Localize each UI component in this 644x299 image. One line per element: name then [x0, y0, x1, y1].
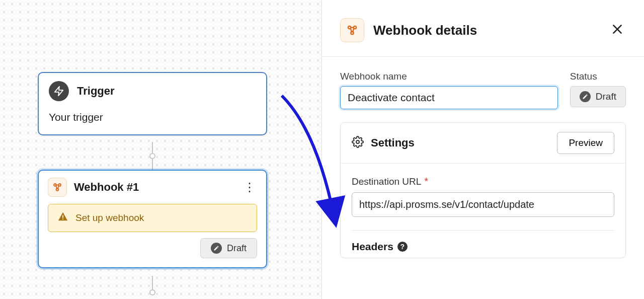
connector-dot — [149, 289, 155, 295]
flow-canvas[interactable]: Trigger Your trigger Webhook #1 ⋮ Set up… — [0, 0, 322, 299]
panel-title: Webhook details — [373, 23, 600, 38]
preview-button[interactable]: Preview — [557, 132, 614, 154]
close-icon — [611, 23, 624, 36]
webhook-icon — [48, 178, 67, 197]
status-value: Draft — [596, 91, 616, 102]
svg-rect-4 — [62, 215, 63, 218]
connector-line — [152, 276, 153, 290]
trigger-description: Your trigger — [49, 111, 256, 123]
webhook-name-label: Webhook name — [340, 71, 558, 82]
required-indicator: * — [424, 176, 428, 187]
settings-card: Settings Preview Destination URL * Heade… — [340, 122, 626, 258]
trigger-title: Trigger — [77, 85, 115, 98]
connector-line — [152, 159, 153, 170]
trigger-node[interactable]: Trigger Your trigger — [38, 72, 267, 135]
svg-point-11 — [356, 140, 359, 143]
status-badge: Draft — [200, 238, 257, 258]
webhook-icon — [340, 18, 364, 42]
lightning-icon — [49, 81, 69, 101]
connector-dot — [149, 153, 155, 159]
headers-label: Headers — [352, 241, 393, 253]
setup-warning-banner[interactable]: Set up webhook — [48, 204, 257, 232]
webhook-name-input[interactable] — [340, 86, 558, 109]
svg-marker-0 — [55, 87, 63, 96]
destination-url-input[interactable] — [352, 192, 614, 217]
warning-text: Set up webhook — [75, 212, 144, 223]
settings-title: Settings — [371, 136, 550, 150]
divider — [352, 230, 614, 231]
help-icon[interactable]: ? — [397, 242, 408, 252]
webhook-node[interactable]: Webhook #1 ⋮ Set up webhook Draft — [38, 170, 267, 268]
status-text: Draft — [227, 243, 247, 254]
warning-triangle-icon — [57, 211, 68, 225]
status-badge: Draft — [570, 86, 626, 107]
webhook-node-title: Webhook #1 — [74, 181, 235, 194]
pencil-icon — [211, 243, 222, 254]
gear-icon — [352, 136, 364, 150]
more-vertical-icon[interactable]: ⋮ — [242, 180, 257, 195]
close-button[interactable] — [609, 21, 626, 40]
svg-rect-5 — [62, 218, 63, 219]
status-label: Status — [570, 71, 626, 82]
details-panel: Webhook details Webhook name Status D — [322, 0, 644, 299]
destination-url-label: Destination URL — [352, 176, 421, 187]
pencil-icon — [580, 91, 591, 102]
